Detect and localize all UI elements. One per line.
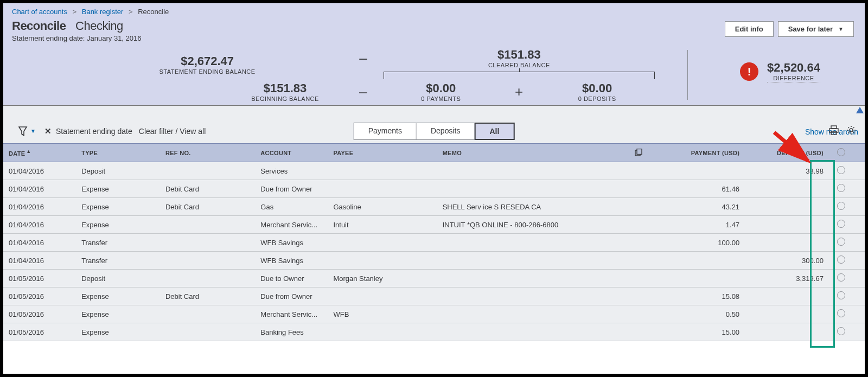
cell-payment: 15.00 [650,323,745,341]
cell-account: WFB Savings [255,252,328,270]
column-payment[interactable]: PAYMENT (USD) [650,144,745,162]
column-payee[interactable]: PAYEE [328,144,437,162]
cell-account: Services [255,162,328,180]
settings-button[interactable] [846,125,856,137]
divider [687,50,688,100]
cell-select [829,252,853,270]
copy-icon [635,149,642,156]
cell-pad [853,305,865,323]
table-row[interactable]: 01/04/2016ExpenseDebit CardDue from Owne… [3,180,865,198]
row-radio[interactable] [837,291,845,299]
alert-icon: ! [740,62,758,81]
cell-ref [160,162,255,180]
cell-copy [627,198,649,216]
table-row[interactable]: 01/04/2016TransferWFB Savings300.00 [3,252,865,270]
cell-payee [328,180,437,198]
row-radio[interactable] [837,327,845,335]
row-radio[interactable] [837,220,845,228]
breadcrumb-link[interactable]: Bank register [82,8,124,16]
row-radio[interactable] [837,255,845,264]
cell-memo: SHELL Serv ice S RESEDA CA [437,198,628,216]
row-radio[interactable] [837,166,845,174]
table-row[interactable]: 01/04/2016DepositServices33.98 [3,162,865,180]
tab-deposits[interactable]: Deposits [417,123,475,139]
row-radio[interactable] [837,309,845,317]
filter-chip-label: Statement ending date [56,127,132,136]
column-type[interactable]: TYPE [76,144,160,162]
table-row[interactable]: 01/04/2016ExpenseMerchant Servic...Intui… [3,216,865,234]
page-title-text: Reconcile [12,19,66,33]
cell-deposit [745,305,829,323]
cell-deposit: 3,319.67 [745,270,829,287]
cell-ref [160,323,255,341]
row-radio[interactable] [837,238,845,246]
print-button[interactable] [829,125,839,137]
column-account[interactable]: ACCOUNT [255,144,328,162]
cell-memo [437,252,628,270]
difference-label: DIFFERENCE [767,75,820,82]
cell-memo [437,180,628,198]
cell-deposit: 33.98 [745,162,829,180]
cell-payment [650,270,745,287]
table-row[interactable]: 01/04/2016ExpenseDebit CardGasGasolineSH… [3,198,865,216]
column-deposit[interactable]: DEPOSIT (USD) [745,144,829,162]
cleared-balance-label: CLEARED BALANCE [384,62,655,68]
cell-ref: Debit Card [160,180,255,198]
row-radio[interactable] [837,202,845,210]
cell-payee [328,162,437,180]
clear-filter-link[interactable]: Clear filter / View all [139,127,206,136]
svg-rect-2 [831,131,837,135]
cell-pad [853,180,865,198]
scroll-up-icon[interactable] [856,107,864,113]
column-memo[interactable]: MEMO [437,144,628,162]
table-row[interactable]: 01/05/2016ExpenseMerchant Servic...WFB0.… [3,305,865,323]
column-ref[interactable]: REF NO. [160,144,255,162]
cleared-balance: $151.83 [384,48,655,62]
column-copy[interactable] [627,144,649,162]
cell-payment: 100.00 [650,234,745,252]
cell-payment [650,162,745,180]
statement-date: Statement ending date: January 31, 2016 [12,34,142,42]
filter-button[interactable]: ▼ [18,126,36,136]
beginning-balance: $151.83 [227,81,343,95]
cell-copy [627,270,649,287]
account-name: Checking [75,19,123,33]
cell-type: Deposit [76,270,160,287]
cell-deposit [745,198,829,216]
select-all-radio[interactable] [837,148,845,156]
cell-type: Expense [76,198,160,216]
cell-payee: WFB [328,305,437,323]
row-radio[interactable] [837,273,845,282]
column-scrollbar-pad [853,144,865,162]
save-for-later-button[interactable]: Save for later ▼ [778,21,854,37]
row-radio[interactable] [837,184,845,192]
table-row[interactable]: 01/05/2016DepositDue to OwnerMorgan Stan… [3,270,865,287]
table-row[interactable]: 01/04/2016TransferWFB Savings100.00 [3,234,865,252]
table-row[interactable]: 01/05/2016ExpenseDebit CardDue from Owne… [3,287,865,305]
column-date[interactable]: DATE▲ [3,144,76,162]
save-for-later-label: Save for later [788,25,833,33]
cell-date: 01/04/2016 [3,216,76,234]
table-row[interactable]: 01/05/2016ExpenseBanking Fees15.00 [3,323,865,341]
column-select-all[interactable] [829,144,853,162]
cell-type: Expense [76,323,160,341]
cell-pad [853,216,865,234]
breadcrumb-link[interactable]: Chart of accounts [12,8,67,16]
cell-copy [627,305,649,323]
chevron-down-icon: ▼ [30,128,36,134]
tab-all[interactable]: All [474,123,514,140]
cell-memo [437,287,628,305]
cell-pad [853,323,865,341]
minus-operator: – [343,50,383,67]
remove-filter-button[interactable]: ✕ [44,126,52,136]
tab-payments[interactable]: Payments [354,123,417,139]
cell-memo [437,323,628,341]
cell-pad [853,162,865,180]
breadcrumb-current: Reconcile [138,8,169,16]
difference-amount: $2,520.64 [767,61,820,75]
edit-info-button[interactable]: Edit info [725,21,774,37]
cell-type: Transfer [76,234,160,252]
transactions-table: DATE▲ TYPE REF NO. ACCOUNT PAYEE MEMO PA… [3,143,865,341]
cell-pad [853,234,865,252]
cell-ref [160,305,255,323]
